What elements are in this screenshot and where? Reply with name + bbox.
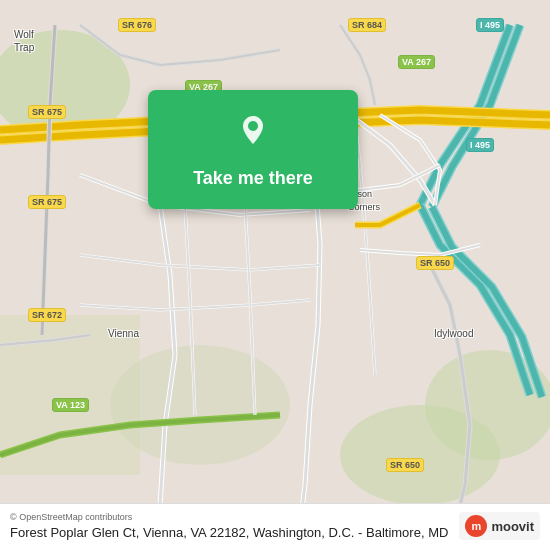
wolf-trap-label: WolfTrap bbox=[14, 28, 34, 54]
map-svg bbox=[0, 0, 550, 550]
va267-right-label: VA 267 bbox=[398, 55, 435, 69]
sr650-right-label: SR 650 bbox=[416, 256, 454, 270]
i495-top-label: I 495 bbox=[476, 18, 504, 32]
take-me-there-button[interactable]: Take me there bbox=[185, 164, 321, 193]
moovit-icon: m bbox=[465, 515, 487, 537]
sr650-bottom-label: SR 650 bbox=[386, 458, 424, 472]
moovit-text: moovit bbox=[491, 519, 534, 534]
svg-point-4 bbox=[340, 405, 500, 505]
svg-point-7 bbox=[248, 121, 258, 131]
va123-label: VA 123 bbox=[52, 398, 89, 412]
sr672-label: SR 672 bbox=[28, 308, 66, 322]
sr676-label: SR 676 bbox=[118, 18, 156, 32]
sr675-left-label: SR 675 bbox=[28, 105, 66, 119]
vienna-label: Vienna bbox=[108, 328, 139, 339]
sr675-bottom-label: SR 675 bbox=[28, 195, 66, 209]
sr684-label: SR 684 bbox=[348, 18, 386, 32]
map-container: SR 676 SR 684 I 495 VA 267 VA 267 I 495 … bbox=[0, 0, 550, 550]
idylwood-label: Idylwood bbox=[434, 328, 473, 339]
i495-right-label: I 495 bbox=[466, 138, 494, 152]
location-card: Take me there bbox=[148, 90, 358, 209]
moovit-logo: m moovit bbox=[459, 512, 540, 540]
location-pin-icon bbox=[231, 108, 275, 152]
